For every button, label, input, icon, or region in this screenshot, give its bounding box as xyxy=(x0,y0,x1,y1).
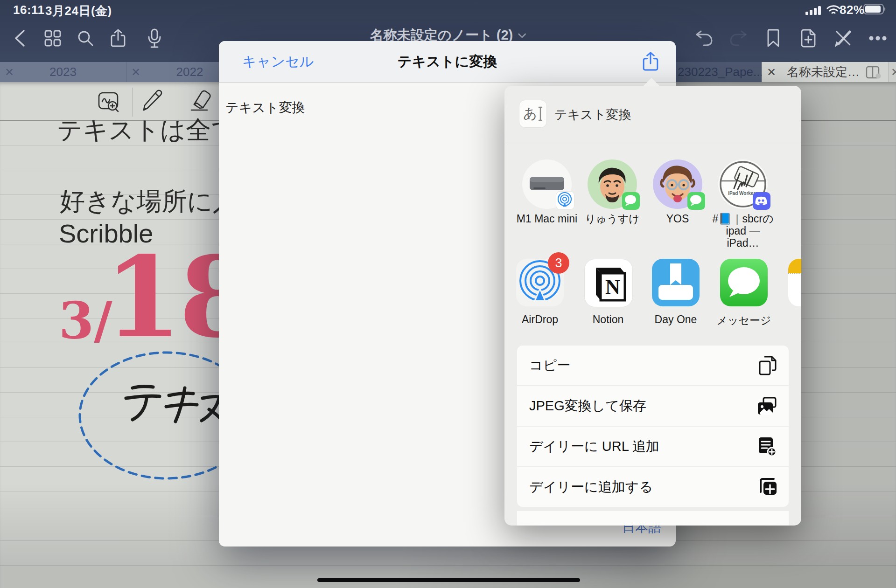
microphone-button[interactable] xyxy=(144,28,165,49)
search-button[interactable] xyxy=(75,28,96,49)
messages-badge-icon xyxy=(622,192,640,210)
share-button[interactable] xyxy=(107,28,129,49)
memoji-yos-avatar xyxy=(653,159,702,209)
contact-yos[interactable]: YOS xyxy=(645,159,710,225)
contact-ryusuke[interactable]: りゅうすけ xyxy=(580,159,645,225)
status-date: 3月24日(金) xyxy=(45,3,112,19)
svg-text:N: N xyxy=(605,276,620,298)
share-item-title: テキスト変換 xyxy=(554,106,631,123)
action-copy[interactable]: コピー xyxy=(517,346,789,385)
app-day-one[interactable] xyxy=(652,259,700,306)
notes-icon-band xyxy=(788,259,801,273)
contact-name: #📘｜sbcrの ipad — iPad… xyxy=(710,213,776,249)
title-chevron-down-icon xyxy=(518,33,526,38)
bookmark-button[interactable] xyxy=(763,28,784,49)
more-options-button[interactable] xyxy=(867,28,889,49)
share-item-thumbnail: あ xyxy=(519,100,547,128)
copy-icon xyxy=(757,354,778,377)
add-page-button[interactable] xyxy=(798,28,819,49)
text-cursor-icon xyxy=(538,106,543,121)
battery-percent: 82% xyxy=(840,3,865,17)
tab-paper[interactable]: 230223_Pape... xyxy=(676,62,762,82)
contact-discord-channel[interactable]: iPad Workers #📘｜sbcrの ipad — iPad… xyxy=(710,159,776,249)
tab-label: 名称未設定… xyxy=(781,64,866,80)
add-to-daily-icon xyxy=(756,476,778,498)
status-time: 16:11 xyxy=(13,3,45,17)
messages-badge-icon xyxy=(687,192,705,210)
home-indicator[interactable] xyxy=(317,578,580,582)
app-notes-partial[interactable] xyxy=(788,259,801,306)
note-line-2: 好きな場所に入 xyxy=(60,185,238,219)
tab-2023[interactable]: ✕ 2023 xyxy=(0,62,126,82)
popover-arrow xyxy=(643,78,660,86)
modal-share-button[interactable] xyxy=(642,51,659,72)
add-url-icon xyxy=(756,436,778,458)
battery-icon xyxy=(863,4,887,15)
action-partial-next[interactable] xyxy=(517,511,789,526)
app-messages[interactable] xyxy=(720,259,768,306)
mac-mini-avatar xyxy=(522,159,572,209)
airdrop-target-mac-mini[interactable]: M1 Mac mini xyxy=(514,159,580,225)
discord-badge-icon xyxy=(753,192,770,210)
tab-label: 230223_Pape... xyxy=(676,65,762,79)
eraser-tool-icon[interactable] xyxy=(186,89,212,113)
tab-untitled-close-icon[interactable]: ✕ xyxy=(762,62,781,82)
contact-name: りゅうすけ xyxy=(580,213,645,225)
wifi-icon xyxy=(826,4,841,15)
popover-divider xyxy=(504,142,801,142)
app-notion[interactable]: N xyxy=(584,259,633,307)
airdrop-badge-icon xyxy=(556,191,574,210)
ipad-workers-avatar: iPad Workers xyxy=(718,159,768,209)
tab-2022-close-icon[interactable]: ✕ xyxy=(126,62,145,82)
action-add-url-to-daily[interactable]: デイリーに URL 追加 xyxy=(517,427,789,466)
app-label-airdrop: AirDrop xyxy=(505,313,575,326)
contact-name: YOS xyxy=(645,213,710,225)
tab-label: 2023 xyxy=(19,65,126,79)
app-label-messages: メッセージ xyxy=(709,313,779,328)
zoom-writing-tool-icon[interactable] xyxy=(97,90,121,114)
notes-icon-dots xyxy=(788,273,801,275)
pen-tool-icon[interactable] xyxy=(140,89,163,114)
app-label-notion: Notion xyxy=(573,313,643,326)
cellular-signal-icon xyxy=(805,5,822,16)
save-image-icon xyxy=(756,396,778,416)
share-sheet-popover: あ テキスト変換 M1 Mac mini xyxy=(504,86,801,526)
tab-next-sliver[interactable]: ✕ xyxy=(889,62,896,82)
deselect-pen-button[interactable] xyxy=(832,28,854,49)
tab-2023-close-icon[interactable]: ✕ xyxy=(0,62,19,82)
goodnotes-screen: テキストは全て 好きな場所に入 Scribble 3/ 18 xyxy=(0,0,896,588)
modal-header: キャンセル テキストに変換 xyxy=(219,41,676,83)
text-glyph: あ xyxy=(523,104,537,123)
airdrop-notification-badge: 3 xyxy=(548,252,569,274)
back-button[interactable] xyxy=(9,28,30,49)
cancel-button[interactable]: キャンセル xyxy=(242,52,314,71)
page-manager-icon[interactable] xyxy=(866,66,882,79)
app-airdrop[interactable]: 3 xyxy=(516,259,564,306)
action-add-to-daily[interactable]: デイリーに追加する xyxy=(517,467,789,507)
app-label-dayone: Day One xyxy=(641,313,711,326)
contact-name: M1 Mac mini xyxy=(514,213,580,225)
converted-text[interactable]: テキスト変換 xyxy=(225,99,305,117)
thumbnails-grid-button[interactable] xyxy=(42,28,63,49)
redo-button[interactable] xyxy=(728,28,749,49)
note-line-1: テキストは全て xyxy=(57,113,237,147)
undo-button[interactable] xyxy=(693,28,714,49)
tab-sliver-close-icon: ✕ xyxy=(889,62,896,82)
tab-untitled-active[interactable]: ✕ 名称未設定… xyxy=(762,62,888,82)
toolbar-divider xyxy=(132,88,133,117)
memoji-ryusuke-avatar xyxy=(588,159,637,209)
action-save-jpeg[interactable]: JPEG変換して保存 xyxy=(517,386,789,426)
modal-title: テキストに変換 xyxy=(398,52,497,71)
